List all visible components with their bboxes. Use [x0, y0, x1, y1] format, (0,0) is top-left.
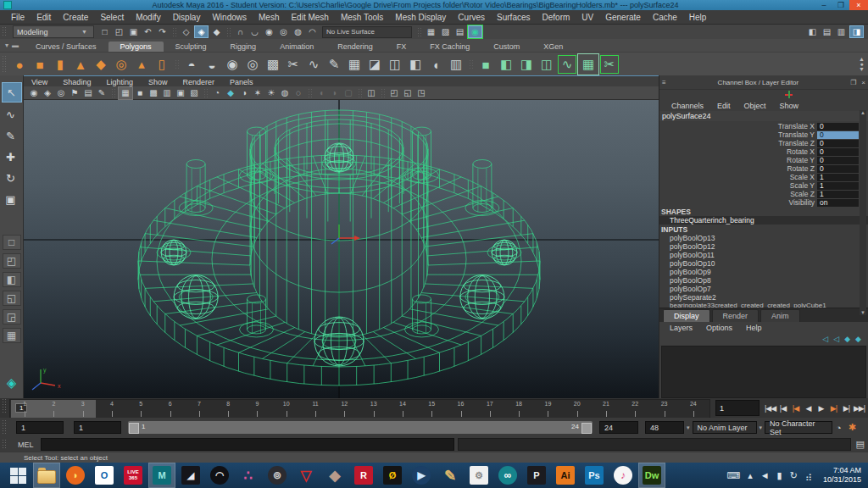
sync-icon[interactable]: ↻: [790, 470, 798, 481]
taskbar-photoshop[interactable]: Ps: [581, 463, 607, 487]
move-tool[interactable]: ✚: [2, 147, 20, 166]
layer-prev-icon[interactable]: ◁: [822, 335, 828, 343]
auto-keyframe-icon[interactable]: ✱: [845, 422, 860, 433]
panel-menu-shading[interactable]: Shading: [55, 78, 98, 86]
shelf-scroll-down-icon[interactable]: ▼: [859, 67, 865, 72]
bridge-icon[interactable]: ◫: [385, 54, 405, 75]
taskbar-arduino[interactable]: ∞: [495, 463, 520, 487]
texture-placement-icon[interactable]: ▢: [342, 87, 355, 99]
taskbar-molecule-app[interactable]: ∴: [236, 463, 261, 487]
channel-attribute-value[interactable]: 1: [817, 174, 859, 181]
channel-box-scrollbar[interactable]: ▲ ▼: [860, 110, 866, 315]
menu-generate[interactable]: Generate: [599, 13, 647, 22]
go-to-end-button[interactable]: ▶▶|: [853, 400, 865, 417]
subdivide-icon[interactable]: ◒: [202, 54, 222, 75]
input-node-item[interactable]: polyBoolOp12: [659, 242, 868, 251]
menu-surfaces[interactable]: Surfaces: [491, 13, 536, 22]
clipped-input-item[interactable]: bearingplate33created_created_created_po…: [659, 302, 868, 308]
panel-menu-show[interactable]: Show: [141, 78, 175, 86]
maximize-button[interactable]: ❐: [832, 0, 849, 10]
render-settings-icon[interactable]: ▤: [453, 26, 466, 37]
taskbar-itunes[interactable]: ♪: [610, 463, 636, 487]
status-grip[interactable]: [2, 26, 8, 38]
mel-input[interactable]: [41, 438, 454, 451]
camera-attributes-icon[interactable]: ◎: [54, 87, 68, 99]
channel-attribute-value[interactable]: 0: [817, 140, 859, 147]
two-pane-layout-button[interactable]: ◱: [3, 291, 21, 306]
poly-cone-icon[interactable]: ▲: [70, 54, 91, 75]
step-back-key-button[interactable]: |◀: [789, 400, 802, 417]
input-node-item[interactable]: polySeparate2: [659, 293, 868, 302]
multi-cut-icon[interactable]: ✂: [283, 54, 303, 75]
taskbar-sphere-app[interactable]: ◠: [207, 463, 232, 487]
scroll-down-icon[interactable]: ▼: [860, 310, 865, 315]
sculpt-icon[interactable]: ◖: [426, 54, 446, 75]
menu-uv[interactable]: UV: [576, 13, 599, 22]
image-plane-icon[interactable]: ▤: [81, 87, 95, 99]
menu-file[interactable]: File: [5, 13, 31, 22]
use-default-material-icon[interactable]: ▥: [160, 87, 174, 99]
redo-icon[interactable]: ↷: [156, 26, 169, 37]
channel-attribute-value[interactable]: 0: [817, 157, 859, 164]
layer-menu-options[interactable]: Options: [699, 324, 739, 332]
xray-icon[interactable]: ▧: [187, 87, 201, 99]
viewport-3d-canvas[interactable]: xy: [24, 100, 659, 398]
menu-mesh-tools[interactable]: Mesh Tools: [335, 13, 389, 22]
undo-icon[interactable]: ↶: [142, 26, 154, 37]
pane-layout-icon[interactable]: ◱: [401, 87, 415, 99]
taskbar-maya[interactable]: M: [149, 463, 175, 487]
menu-windows[interactable]: Windows: [206, 13, 253, 22]
grease-pencil-icon[interactable]: ✎: [95, 87, 108, 99]
input-node-item[interactable]: polyBoolOp13: [659, 234, 868, 242]
bevel-icon[interactable]: ◪: [364, 54, 385, 75]
battery-icon[interactable]: ▮: [777, 470, 782, 481]
quad-draw-icon[interactable]: ✎: [324, 54, 344, 75]
occlusion-icon[interactable]: ◍: [278, 87, 292, 99]
shelf-tab-fx-caching[interactable]: FX Caching: [418, 42, 481, 52]
rotate-tool[interactable]: ↻: [2, 169, 20, 187]
channel-attribute-value[interactable]: on: [817, 199, 859, 207]
input-node-item[interactable]: polyBoolOp8: [659, 276, 868, 285]
channel-attribute-value[interactable]: 0: [817, 165, 859, 173]
popout-icon[interactable]: ❐: [848, 79, 859, 86]
channel-attribute-value[interactable]: 1: [817, 182, 859, 190]
channel-attribute-value[interactable]: 1: [817, 191, 859, 198]
layer-list-area[interactable]: [661, 346, 866, 398]
poly-cylinder-icon[interactable]: ▮: [50, 54, 70, 75]
select-by-object-icon[interactable]: ◈: [194, 25, 209, 38]
automatic-mapping-icon[interactable]: ◫: [537, 54, 557, 75]
shelf-tab-custom[interactable]: Custom: [481, 42, 531, 52]
poly-pyramid-icon[interactable]: ▴: [131, 54, 152, 75]
panel-menu-lighting[interactable]: Lighting: [98, 78, 141, 86]
channel-attribute-value[interactable]: 0: [817, 148, 859, 156]
scroll-up-icon[interactable]: ▲: [860, 110, 865, 115]
minimize-button[interactable]: –: [815, 0, 832, 10]
shelf-menu-icon[interactable]: ▾: [5, 42, 8, 49]
panel-menu-icon[interactable]: ≡: [659, 79, 669, 86]
snap-to-view-plane-icon[interactable]: ◍: [292, 26, 304, 37]
taskbar-illustrator[interactable]: Ai: [553, 463, 578, 487]
snap-to-projected-center-icon[interactable]: ◎: [277, 26, 290, 37]
menu-select[interactable]: Select: [94, 13, 130, 22]
taskbar-clock[interactable]: 7:04 AM 10/31/2015: [820, 466, 861, 485]
timeline-grip[interactable]: [2, 398, 8, 413]
taskbar-live365[interactable]: LIVE 365: [120, 463, 146, 487]
playback-options-icon[interactable]: ◔: [832, 423, 845, 433]
animation-start-field[interactable]: 1: [16, 421, 64, 434]
plugin-filter-icon[interactable]: ◖: [314, 87, 328, 99]
persp-graph-layout-button[interactable]: ◲: [3, 309, 21, 324]
close-button[interactable]: ×: [849, 0, 868, 10]
create-layer-from-selected-icon[interactable]: ◆: [855, 335, 861, 343]
panel-menu-panels[interactable]: Panels: [222, 78, 261, 86]
step-back-frame-button[interactable]: |◀: [776, 400, 789, 417]
poly-pipe-icon[interactable]: ▯: [152, 54, 172, 75]
maximize-pane-icon[interactable]: ◳: [415, 87, 428, 99]
select-camera-icon[interactable]: ◉: [27, 87, 41, 99]
select-tool[interactable]: ↖: [2, 82, 22, 103]
show-hidden-icons-icon[interactable]: ▴: [748, 470, 753, 481]
menu-curves[interactable]: Curves: [452, 13, 491, 22]
four-pane-layout-button[interactable]: ◰: [3, 253, 21, 269]
exposure-icon[interactable]: ◔: [210, 87, 224, 99]
range-start-handle[interactable]: [129, 423, 139, 434]
maya-app-icon[interactable]: [3, 1, 12, 9]
